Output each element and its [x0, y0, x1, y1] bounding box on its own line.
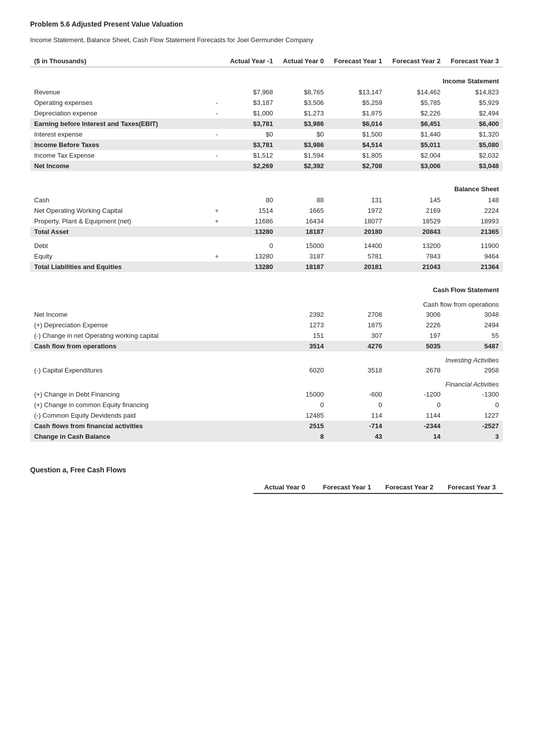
row-value: 88 [277, 195, 328, 205]
row-value: 5781 [328, 251, 386, 262]
row-operator [210, 309, 224, 320]
table-row: Net Income$2,269$2,392$2,708$3,006$3,048 [30, 161, 503, 171]
row-value: 3048 [445, 309, 503, 320]
row-operator [210, 262, 224, 272]
row-operator [210, 195, 224, 205]
row-value: -1200 [386, 389, 444, 400]
row-operator [210, 421, 224, 431]
table-row: (-) Change in net Operating working capi… [30, 330, 503, 341]
row-operator [210, 410, 224, 421]
row-operator: - [210, 97, 224, 108]
row-value: 14400 [328, 237, 386, 251]
row-value: 18187 [277, 262, 328, 272]
row-value: 0 [224, 237, 277, 251]
row-value: 4276 [328, 341, 386, 351]
row-value [224, 365, 277, 375]
row-value: 15000 [277, 237, 328, 251]
row-value: $1,594 [277, 150, 328, 161]
row-value: 3514 [277, 341, 328, 351]
row-value: 7843 [386, 251, 444, 262]
row-value: 0 [277, 400, 328, 410]
subsection-header-row: Investing Activities [30, 351, 503, 365]
row-label: Property, Plant & Equipment (net) [30, 216, 210, 226]
subsection-header: Investing Activities [30, 351, 503, 365]
row-value: $1,875 [328, 108, 386, 118]
table-row: Net Income2392270830063048 [30, 309, 503, 320]
row-operator: + [210, 205, 224, 216]
col-f3-header: Forecast Year 3 [445, 56, 503, 67]
row-label: Earning before Interest and Taxes(EBIT) [30, 118, 210, 129]
row-label: Total Asset [30, 226, 210, 237]
table-row: Property, Plant & Equipment (net)+116861… [30, 216, 503, 226]
row-value: $3,048 [445, 161, 503, 171]
row-value: $1,320 [445, 129, 503, 140]
row-operator [210, 320, 224, 330]
row-value: 18187 [277, 226, 328, 237]
table-row: (+) Change in common Equity financing000… [30, 400, 503, 410]
row-label: Revenue [30, 87, 210, 97]
section-header-row: Income Statement [30, 67, 503, 87]
row-value: 1972 [328, 205, 386, 216]
row-value: 9464 [445, 251, 503, 262]
row-value: 0 [328, 400, 386, 410]
row-label: Cash flows from financial activities [30, 421, 210, 431]
row-value: 80 [224, 195, 277, 205]
row-value: $1,440 [386, 129, 444, 140]
table-row: Income Before Taxes$3,781$3,986$4,514$5,… [30, 140, 503, 150]
row-operator [210, 118, 224, 129]
subsection-header-row: Cash flow from operations [30, 296, 503, 309]
row-value: 16434 [277, 216, 328, 226]
row-value: $3,187 [224, 97, 277, 108]
row-value: 2678 [386, 365, 444, 375]
row-value: $3,781 [224, 140, 277, 150]
row-value: $2,708 [328, 161, 386, 171]
row-value: $5,929 [445, 97, 503, 108]
row-value: $2,032 [445, 150, 503, 161]
section-header-row: Cash Flow Statement [30, 276, 503, 296]
col-f2-header: Forecast Year 2 [386, 56, 444, 67]
row-value: 3 [445, 431, 503, 442]
row-value [224, 320, 277, 330]
row-value: 20843 [386, 226, 444, 237]
row-label: Equity [30, 251, 210, 262]
col-op-header [210, 56, 224, 67]
row-value [224, 421, 277, 431]
row-value: 11900 [445, 237, 503, 251]
row-value [224, 431, 277, 442]
row-value: 18529 [386, 216, 444, 226]
row-value: $5,011 [386, 140, 444, 150]
row-value: 2708 [328, 309, 386, 320]
row-label: (-) Capital Expenditures [30, 365, 210, 375]
row-value: $2,269 [224, 161, 277, 171]
section-header-row: Balance Sheet [30, 175, 503, 195]
table-row: Operating expenses-$3,187$3,506$5,259$5,… [30, 97, 503, 108]
row-value: 1514 [224, 205, 277, 216]
table-row: Debt015000144001320011900 [30, 237, 503, 251]
row-value: $2,004 [386, 150, 444, 161]
row-value: 12485 [277, 410, 328, 421]
row-value: 1144 [386, 410, 444, 421]
row-label: Debt [30, 237, 210, 251]
row-value: $3,506 [277, 97, 328, 108]
q-col-spacer [227, 482, 253, 493]
row-value: 148 [445, 195, 503, 205]
row-label: Net Income [30, 309, 210, 320]
row-value [224, 400, 277, 410]
row-value [224, 341, 277, 351]
row-value: 1227 [445, 410, 503, 421]
spacer-row [30, 442, 503, 446]
row-value: $1,500 [328, 129, 386, 140]
q-col1-header: Forecast Year 1 [316, 482, 378, 493]
row-value: 114 [328, 410, 386, 421]
row-label: Depreciation expense [30, 108, 210, 118]
row-value: 13280 [224, 262, 277, 272]
row-value: 13280 [224, 251, 277, 262]
row-value: 2515 [277, 421, 328, 431]
row-value [224, 309, 277, 320]
row-value: $0 [277, 129, 328, 140]
spacer-row [30, 171, 503, 175]
row-value [224, 330, 277, 341]
row-value: $1,273 [277, 108, 328, 118]
row-value: 3006 [386, 309, 444, 320]
row-operator: - [210, 129, 224, 140]
